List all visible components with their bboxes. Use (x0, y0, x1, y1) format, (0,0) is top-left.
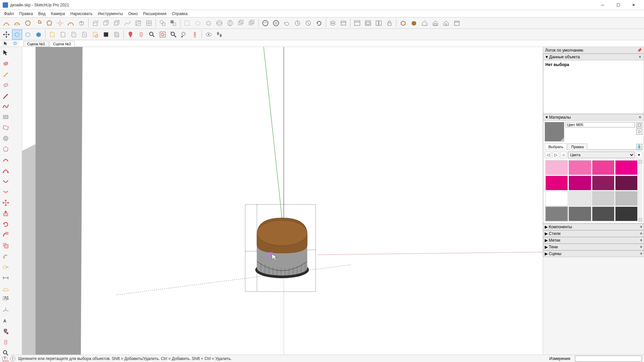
material-swatch[interactable] (545, 191, 568, 206)
panel-collapsed[interactable]: ▶ Сцены× (543, 250, 644, 257)
materials-library-combo[interactable]: Цвета (568, 152, 635, 158)
panel-collapsed[interactable]: ▶ Тени× (543, 244, 644, 250)
tool-move-arrows[interactable] (1, 29, 11, 40)
tool-rotate[interactable] (1, 219, 11, 229)
tool-lock[interactable] (384, 18, 394, 28)
panel-close-icon[interactable]: × (638, 115, 642, 120)
tool-eraser2[interactable] (1, 80, 11, 90)
panel-close-icon[interactable]: × (640, 238, 642, 243)
tool-3dwarehouse[interactable] (398, 18, 408, 28)
tool-globe2[interactable] (225, 18, 235, 28)
menu-view[interactable]: Вид (36, 11, 48, 17)
tool-eraser[interactable] (1, 58, 11, 68)
panel-entity-header[interactable]: ▼ Данные объекта × (543, 54, 644, 60)
tool-round2[interactable] (303, 18, 313, 28)
measurements-input[interactable] (575, 356, 642, 362)
panel-collapsed[interactable]: ▶ Стили× (543, 230, 644, 237)
tool-house3[interactable] (441, 18, 451, 28)
tool-wireframe3[interactable] (204, 18, 214, 28)
tool-pushpull[interactable] (1, 208, 11, 219)
tool-zoom[interactable] (147, 29, 157, 40)
tool-window1[interactable] (352, 18, 362, 28)
tool-arc[interactable] (1, 18, 11, 28)
scene-tab-2[interactable]: Сцена №2 (49, 41, 74, 47)
tool-axes[interactable] (1, 305, 11, 315)
tool-tape[interactable] (1, 262, 11, 272)
tool-text[interactable]: A1 (1, 294, 11, 304)
tool-iso-cube3[interactable] (34, 29, 44, 40)
tool-layer2[interactable] (338, 18, 348, 28)
scene-arrow-tool[interactable] (1, 40, 10, 46)
info-icon[interactable]: i (10, 356, 15, 361)
tool-extrude[interactable] (90, 18, 100, 28)
materials-home-button[interactable]: ⌂ (560, 152, 567, 158)
material-swatch[interactable] (545, 206, 568, 221)
tool-cloud1[interactable] (260, 18, 270, 28)
tool-sheet4[interactable] (79, 29, 90, 40)
tool-globe1[interactable] (214, 18, 224, 28)
tool-paint[interactable] (1, 326, 11, 337)
tool-cloud2[interactable] (271, 18, 281, 28)
viewport[interactable] (22, 47, 543, 355)
tool-scale[interactable] (1, 241, 11, 251)
tool-house2[interactable] (430, 18, 440, 28)
tool-sheet5[interactable] (90, 29, 100, 40)
scene-cube-tool[interactable] (11, 40, 19, 46)
tool-person[interactable] (190, 29, 200, 40)
menu-draw[interactable]: Нарисовать (68, 11, 95, 17)
material-swatch[interactable] (615, 206, 638, 221)
tool-pencil-gold[interactable] (1, 69, 11, 79)
tool-teapot[interactable] (282, 18, 292, 28)
materials-tab-edit[interactable]: Правка (568, 143, 587, 150)
tool-sheet2[interactable] (58, 29, 68, 40)
material-preview[interactable] (545, 122, 564, 141)
tool-wireframe1[interactable] (182, 18, 192, 28)
tray-pin-icon[interactable]: 📌 (637, 48, 642, 53)
tool-sheet1[interactable] (47, 29, 57, 40)
swatches-scrollbar[interactable] (638, 160, 642, 222)
tool-move[interactable] (1, 198, 11, 208)
panel-close-icon[interactable]: × (640, 225, 642, 229)
material-default-button[interactable] (636, 129, 642, 135)
material-swatch[interactable] (569, 206, 591, 221)
material-create-button[interactable] (636, 122, 642, 128)
material-swatch[interactable] (569, 160, 591, 175)
tool-hatch[interactable] (133, 18, 143, 28)
material-swatch[interactable] (592, 206, 614, 221)
menu-help[interactable]: Справка (169, 11, 190, 17)
material-swatch[interactable] (592, 191, 614, 206)
tool-grid[interactable] (144, 18, 154, 28)
material-swatch[interactable] (615, 191, 638, 206)
tool-2pt-arc[interactable] (1, 166, 11, 176)
tool-rectangle[interactable] (1, 112, 11, 122)
material-name-input[interactable] (566, 122, 635, 127)
material-swatch[interactable] (615, 176, 638, 190)
tool-shape2[interactable] (168, 18, 178, 28)
tool-layer1[interactable] (328, 18, 338, 28)
tool-followme[interactable] (1, 230, 11, 240)
tool-protractor2[interactable] (1, 284, 11, 294)
tool-sheet7[interactable] (112, 29, 122, 40)
eyedropper-button[interactable]: 💧 (636, 144, 642, 150)
materials-forward-button[interactable]: ▷ (552, 152, 559, 158)
tool-round1[interactable] (292, 18, 303, 28)
tool-house1[interactable] (420, 18, 430, 28)
scene-tab-1[interactable]: Сцена №1 (23, 41, 49, 47)
minimize-button[interactable]: ─ (595, 0, 610, 10)
materials-menu-button[interactable]: ▾ (636, 152, 642, 158)
menu-file[interactable]: Файл (1, 11, 17, 17)
panel-close-icon[interactable]: × (638, 55, 642, 59)
menu-camera[interactable]: Камера (48, 11, 68, 17)
panel-close-icon[interactable]: × (640, 245, 642, 249)
tool-polygon2[interactable] (1, 144, 11, 154)
tool-circle2[interactable] (1, 133, 11, 143)
menu-window[interactable]: Окно (125, 11, 140, 17)
tool-polygon[interactable] (44, 18, 54, 28)
tool-hand2[interactable] (1, 337, 11, 347)
tool-sun[interactable] (55, 18, 65, 28)
material-swatch[interactable] (545, 176, 568, 190)
tool-shape1[interactable] (158, 18, 168, 28)
tool-zoom-prev[interactable] (179, 29, 189, 40)
material-swatch[interactable] (592, 160, 614, 175)
tool-store[interactable] (452, 18, 462, 28)
